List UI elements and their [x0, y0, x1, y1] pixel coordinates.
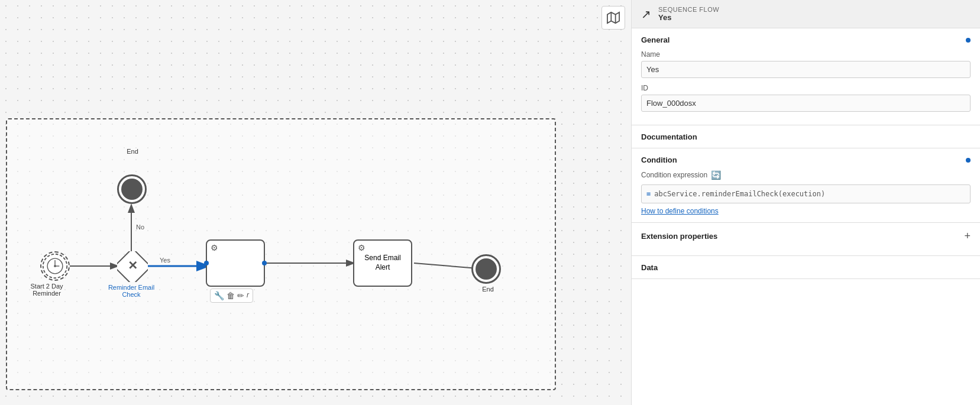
id-field-label: ID — [641, 84, 971, 92]
extension-section: Extension properties + — [632, 223, 980, 256]
equals-symbol: = — [646, 190, 651, 198]
general-dot — [966, 38, 971, 43]
task1-gear-icon: ⚙ — [211, 243, 218, 252]
gateway-node[interactable]: ✕ — [117, 251, 148, 284]
condition-expression-row: = abcService.reminderEmailCheck(executio… — [641, 184, 971, 203]
end-event-top-label: End — [118, 148, 147, 155]
end-event-right-label: End — [473, 286, 503, 293]
no-label: No — [136, 223, 144, 231]
svg-point-12 — [54, 265, 56, 267]
properties-panel: ↗ SEQUENCE FLOW Yes General Name ID Docu… — [631, 0, 980, 405]
subprocess-box — [6, 118, 556, 390]
send-email-label: Send EmailAlert — [364, 254, 400, 272]
panel-header: ↗ SEQUENCE FLOW Yes — [632, 0, 980, 28]
delete-icon[interactable]: 🗑 — [227, 291, 235, 300]
svg-text:✕: ✕ — [128, 259, 138, 272]
sequence-flow-icon: ↗ — [641, 7, 651, 21]
bpmn-canvas[interactable]: Start 2 DayReminder End No Yes ✕ Reminde… — [0, 0, 631, 405]
data-section: Data — [632, 256, 980, 279]
end-event-right[interactable] — [471, 254, 501, 284]
gateway-label: Reminder EmailCheck — [102, 284, 161, 298]
start-event-label: Start 2 DayReminder — [26, 283, 67, 297]
condition-dot — [966, 158, 971, 163]
documentation-title: Documentation — [641, 132, 697, 141]
send-email-task[interactable]: ⚙ Send EmailAlert — [353, 239, 412, 287]
end-event-top[interactable] — [117, 174, 147, 204]
name-field-group: Name — [641, 50, 971, 78]
add-extension-button[interactable]: + — [964, 230, 971, 242]
name-input[interactable] — [641, 61, 971, 78]
condition-section: Condition Condition expression 🔄 = abcSe… — [632, 148, 980, 223]
element-name-label: Yes — [658, 13, 719, 22]
edit-icon[interactable]: ✏ — [237, 291, 244, 300]
documentation-section: Documentation — [632, 125, 980, 148]
condition-expression-label: Condition expression — [641, 171, 707, 179]
id-field-group: ID — [641, 84, 971, 112]
extension-title: Extension properties — [641, 232, 717, 241]
condition-section-title: Condition — [641, 155, 677, 164]
append-icon[interactable]: r — [247, 291, 249, 300]
yes-label: Yes — [160, 257, 170, 264]
task1-node[interactable]: ⚙ — [206, 239, 265, 287]
id-input[interactable] — [641, 95, 971, 112]
name-field-label: Name — [641, 50, 971, 59]
element-type-label: SEQUENCE FLOW — [658, 6, 719, 13]
condition-expression-value: abcService.reminderEmailCheck(execution) — [654, 190, 825, 198]
help-link[interactable]: How to define conditions — [641, 207, 971, 215]
send-email-gear-icon: ⚙ — [358, 243, 366, 252]
task1-toolbar[interactable]: 🔧 🗑 ✏ r — [210, 289, 253, 303]
svg-marker-0 — [607, 12, 619, 23]
condition-refresh-icon[interactable]: 🔄 — [711, 170, 721, 180]
start-event-node[interactable] — [40, 251, 70, 281]
map-icon[interactable] — [601, 6, 625, 30]
general-section: General Name ID — [632, 28, 980, 125]
general-section-title: General — [641, 35, 669, 44]
wrench-icon[interactable]: 🔧 — [214, 291, 224, 300]
data-title: Data — [641, 263, 658, 272]
